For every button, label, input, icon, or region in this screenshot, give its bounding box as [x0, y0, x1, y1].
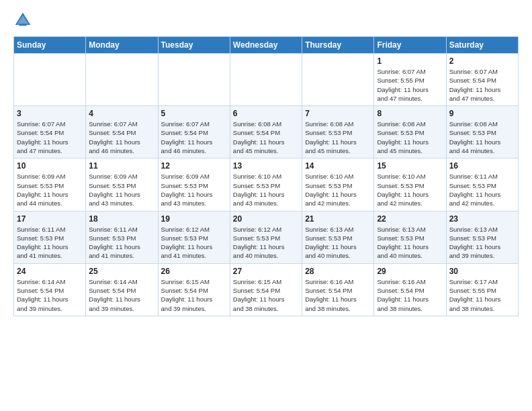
- calendar-cell: 19Sunrise: 6:12 AM Sunset: 5:53 PM Dayli…: [158, 211, 230, 263]
- cell-content: Sunrise: 6:15 AM Sunset: 5:54 PM Dayligh…: [233, 277, 299, 313]
- calendar-cell: 17Sunrise: 6:11 AM Sunset: 5:53 PM Dayli…: [14, 211, 86, 263]
- cell-content: Sunrise: 6:11 AM Sunset: 5:53 PM Dayligh…: [449, 172, 515, 208]
- day-number: 3: [17, 109, 83, 118]
- calendar-cell: 15Sunrise: 6:10 AM Sunset: 5:53 PM Dayli…: [374, 158, 446, 211]
- cell-content: Sunrise: 6:07 AM Sunset: 5:54 PM Dayligh…: [161, 120, 227, 155]
- cell-content: Sunrise: 6:10 AM Sunset: 5:53 PM Dayligh…: [377, 172, 443, 208]
- calendar-cell: 10Sunrise: 6:09 AM Sunset: 5:53 PM Dayli…: [14, 158, 86, 211]
- calendar-cell: 2Sunrise: 6:07 AM Sunset: 5:54 PM Daylig…: [446, 54, 518, 106]
- calendar-cell: [86, 54, 158, 106]
- cell-content: Sunrise: 6:16 AM Sunset: 5:54 PM Dayligh…: [305, 277, 371, 313]
- calendar-cell: 11Sunrise: 6:09 AM Sunset: 5:53 PM Dayli…: [86, 158, 158, 211]
- day-number: 12: [161, 161, 227, 171]
- cell-content: Sunrise: 6:17 AM Sunset: 5:55 PM Dayligh…: [449, 277, 515, 313]
- cell-content: Sunrise: 6:13 AM Sunset: 5:53 PM Dayligh…: [449, 225, 515, 261]
- calendar-cell: 1Sunrise: 6:07 AM Sunset: 5:55 PM Daylig…: [374, 54, 446, 106]
- svg-rect-2: [19, 24, 26, 26]
- day-number: 22: [377, 214, 443, 224]
- week-row-2: 3Sunrise: 6:07 AM Sunset: 5:54 PM Daylig…: [14, 106, 519, 158]
- cell-content: Sunrise: 6:15 AM Sunset: 5:54 PM Dayligh…: [161, 277, 227, 313]
- cell-content: Sunrise: 6:13 AM Sunset: 5:53 PM Dayligh…: [305, 225, 371, 261]
- calendar-cell: 21Sunrise: 6:13 AM Sunset: 5:53 PM Dayli…: [302, 211, 374, 263]
- cell-content: Sunrise: 6:07 AM Sunset: 5:55 PM Dayligh…: [377, 67, 443, 103]
- cell-content: Sunrise: 6:09 AM Sunset: 5:53 PM Dayligh…: [161, 172, 227, 208]
- column-header-tuesday: Tuesday: [158, 37, 230, 54]
- column-header-thursday: Thursday: [302, 37, 374, 54]
- day-number: 2: [449, 56, 515, 66]
- calendar-cell: [14, 54, 86, 106]
- day-number: 25: [89, 267, 154, 276]
- cell-content: Sunrise: 6:14 AM Sunset: 5:54 PM Dayligh…: [17, 277, 83, 313]
- calendar-cell: 13Sunrise: 6:10 AM Sunset: 5:53 PM Dayli…: [230, 158, 302, 211]
- week-row-1: 1Sunrise: 6:07 AM Sunset: 5:55 PM Daylig…: [14, 54, 519, 106]
- day-number: 17: [17, 214, 83, 224]
- cell-content: Sunrise: 6:09 AM Sunset: 5:53 PM Dayligh…: [89, 172, 154, 208]
- cell-content: Sunrise: 6:07 AM Sunset: 5:54 PM Dayligh…: [17, 120, 83, 155]
- calendar-cell: 23Sunrise: 6:13 AM Sunset: 5:53 PM Dayli…: [446, 211, 518, 263]
- cell-content: Sunrise: 6:10 AM Sunset: 5:53 PM Dayligh…: [305, 172, 371, 208]
- calendar-cell: 20Sunrise: 6:12 AM Sunset: 5:53 PM Dayli…: [230, 211, 302, 263]
- day-number: 13: [233, 161, 299, 171]
- calendar-cell: 8Sunrise: 6:08 AM Sunset: 5:53 PM Daylig…: [374, 106, 446, 158]
- day-number: 7: [305, 109, 371, 118]
- calendar-cell: 3Sunrise: 6:07 AM Sunset: 5:54 PM Daylig…: [14, 106, 86, 158]
- day-number: 6: [233, 109, 299, 118]
- calendar-cell: 30Sunrise: 6:17 AM Sunset: 5:55 PM Dayli…: [446, 263, 518, 316]
- day-number: 15: [377, 161, 443, 171]
- day-number: 11: [89, 161, 154, 171]
- logo-icon: [13, 11, 32, 30]
- column-header-wednesday: Wednesday: [230, 37, 302, 54]
- day-number: 24: [17, 267, 83, 276]
- day-number: 1: [377, 56, 443, 66]
- calendar-body: 1Sunrise: 6:07 AM Sunset: 5:55 PM Daylig…: [14, 54, 519, 316]
- cell-content: Sunrise: 6:08 AM Sunset: 5:54 PM Dayligh…: [233, 120, 299, 155]
- day-number: 19: [161, 214, 227, 224]
- cell-content: Sunrise: 6:09 AM Sunset: 5:53 PM Dayligh…: [17, 172, 83, 208]
- day-number: 30: [449, 267, 515, 276]
- calendar-cell: [230, 54, 302, 106]
- day-number: 10: [17, 161, 83, 171]
- calendar-header: SundayMondayTuesdayWednesdayThursdayFrid…: [14, 37, 519, 54]
- cell-content: Sunrise: 6:16 AM Sunset: 5:54 PM Dayligh…: [377, 277, 443, 313]
- cell-content: Sunrise: 6:08 AM Sunset: 5:53 PM Dayligh…: [377, 120, 443, 155]
- day-number: 8: [377, 109, 443, 118]
- day-number: 20: [233, 214, 299, 224]
- header: [13, 11, 519, 30]
- cell-content: Sunrise: 6:11 AM Sunset: 5:53 PM Dayligh…: [17, 225, 83, 261]
- calendar-cell: 6Sunrise: 6:08 AM Sunset: 5:54 PM Daylig…: [230, 106, 302, 158]
- day-number: 16: [449, 161, 515, 171]
- calendar-cell: 16Sunrise: 6:11 AM Sunset: 5:53 PM Dayli…: [446, 158, 518, 211]
- cell-content: Sunrise: 6:13 AM Sunset: 5:53 PM Dayligh…: [377, 225, 443, 261]
- day-number: 9: [449, 109, 515, 118]
- calendar-cell: [158, 54, 230, 106]
- day-number: 18: [89, 214, 154, 224]
- day-number: 27: [233, 267, 299, 276]
- day-number: 29: [377, 267, 443, 276]
- column-header-sunday: Sunday: [14, 37, 86, 54]
- day-number: 4: [89, 109, 154, 118]
- cell-content: Sunrise: 6:11 AM Sunset: 5:53 PM Dayligh…: [89, 225, 154, 261]
- header-row: SundayMondayTuesdayWednesdayThursdayFrid…: [14, 37, 519, 54]
- page: SundayMondayTuesdayWednesdayThursdayFrid…: [0, 0, 532, 323]
- calendar: SundayMondayTuesdayWednesdayThursdayFrid…: [13, 36, 519, 316]
- calendar-cell: 25Sunrise: 6:14 AM Sunset: 5:54 PM Dayli…: [86, 263, 158, 316]
- cell-content: Sunrise: 6:08 AM Sunset: 5:53 PM Dayligh…: [305, 120, 371, 155]
- week-row-3: 10Sunrise: 6:09 AM Sunset: 5:53 PM Dayli…: [14, 158, 519, 211]
- calendar-cell: 9Sunrise: 6:08 AM Sunset: 5:53 PM Daylig…: [446, 106, 518, 158]
- cell-content: Sunrise: 6:07 AM Sunset: 5:54 PM Dayligh…: [89, 120, 154, 155]
- calendar-cell: 27Sunrise: 6:15 AM Sunset: 5:54 PM Dayli…: [230, 263, 302, 316]
- calendar-cell: 14Sunrise: 6:10 AM Sunset: 5:53 PM Dayli…: [302, 158, 374, 211]
- cell-content: Sunrise: 6:07 AM Sunset: 5:54 PM Dayligh…: [449, 67, 515, 103]
- column-header-saturday: Saturday: [446, 37, 518, 54]
- calendar-cell: 24Sunrise: 6:14 AM Sunset: 5:54 PM Dayli…: [14, 263, 86, 316]
- cell-content: Sunrise: 6:10 AM Sunset: 5:53 PM Dayligh…: [233, 172, 299, 208]
- calendar-cell: 29Sunrise: 6:16 AM Sunset: 5:54 PM Dayli…: [374, 263, 446, 316]
- day-number: 14: [305, 161, 371, 171]
- day-number: 5: [161, 109, 227, 118]
- calendar-cell: 28Sunrise: 6:16 AM Sunset: 5:54 PM Dayli…: [302, 263, 374, 316]
- day-number: 21: [305, 214, 371, 224]
- week-row-5: 24Sunrise: 6:14 AM Sunset: 5:54 PM Dayli…: [14, 263, 519, 316]
- logo: [13, 11, 34, 30]
- day-number: 26: [161, 267, 227, 276]
- calendar-cell: 12Sunrise: 6:09 AM Sunset: 5:53 PM Dayli…: [158, 158, 230, 211]
